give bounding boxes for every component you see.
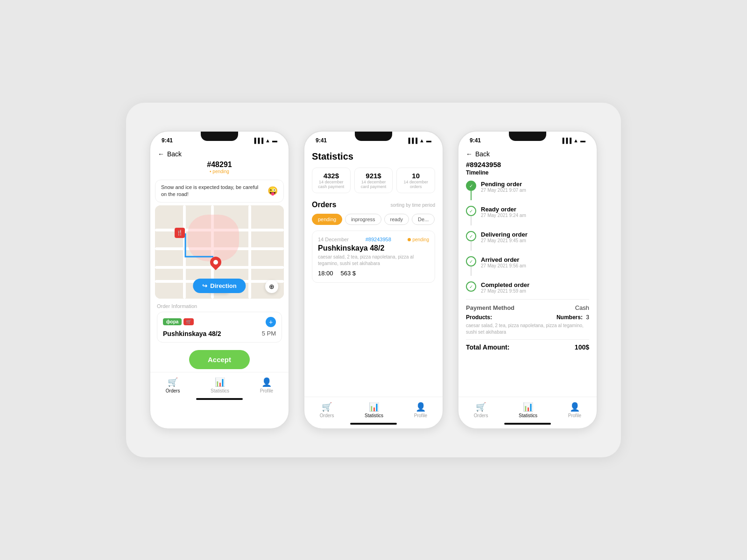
- nav-orders-1[interactable]: 🛒 Orders: [166, 377, 180, 393]
- restaurant-icon: 🍴: [175, 228, 185, 238]
- timeline-item-4: ✓ Completed order 27 May 2021 9:59 am: [466, 281, 589, 294]
- orders-section-header: Orders sorting by time period: [312, 201, 435, 209]
- statistics-title: Statistics: [312, 151, 435, 162]
- bottom-nav-2: 🛒 Orders 📊 Statistics 👤 Profile: [304, 397, 443, 420]
- nav-stats-label-3: Statistics: [519, 413, 537, 418]
- wifi-icon: ▲: [265, 138, 270, 143]
- time-2: 9:41: [316, 137, 327, 144]
- nav-stats-label-1: Statistics: [211, 388, 229, 393]
- stats-icon-1: 📊: [215, 377, 225, 387]
- phone-1: 9:41 ▐▐▐ ▲ ▬ ← Back #48291 • pending Sno…: [149, 131, 289, 429]
- screen3-content: ← Back #89243958 Timeline ✓ Pending orde…: [458, 146, 597, 397]
- map-route: [181, 229, 227, 275]
- timeline-event-0: Pending order: [481, 181, 589, 188]
- timeline-dot-2: ✓: [466, 231, 476, 241]
- order-id-1: #48291: [207, 161, 232, 169]
- timeline-item-1: ✓ Ready order 27 May 2021 9:24 am: [466, 206, 589, 225]
- stats-grid: 432$ 14 december cash payment 921$ 14 de…: [312, 168, 435, 193]
- order-card-time: 18:00: [318, 270, 333, 277]
- timeline-event-3: Arrived order: [481, 256, 589, 263]
- order-time-1: 5 PM: [262, 330, 276, 337]
- stat-label-cash: cash payment: [316, 184, 346, 189]
- filter-tab-ready[interactable]: ready: [384, 214, 409, 225]
- map-location-btn[interactable]: ⊕: [265, 280, 278, 293]
- timeline-event-1: Ready order: [481, 206, 589, 213]
- filter-tab-pending[interactable]: pending: [312, 214, 342, 225]
- order-info-top: фора 🛒 +: [163, 317, 276, 327]
- phone-2: 9:41 ▐▐▐ ▲ ▬ Statistics 432$ 14 december…: [303, 131, 444, 429]
- order-card-items: caesar salad, 2 tea, pizza napoletana, p…: [318, 254, 429, 267]
- timeline-dot-0: ✓: [466, 181, 476, 191]
- timeline-line-1: [471, 216, 472, 225]
- stat-value-cash: 432$: [316, 172, 346, 180]
- stats-icon-3: 📊: [523, 402, 533, 412]
- notch-3: [509, 132, 546, 141]
- stat-value-orders: 10: [401, 172, 431, 180]
- weather-banner: Snow and ice is expected today, be caref…: [155, 180, 284, 203]
- payment-method-value: Cash: [575, 304, 589, 311]
- numbers-section: Numbers: 3: [557, 314, 589, 321]
- order-card-address: Pushkinskaya 48/2: [318, 244, 429, 252]
- order-card-date: 14 December: [318, 237, 349, 242]
- map-container: 🍴 5km ⊕ ↪ Direction: [155, 205, 284, 299]
- timeline-connector-1: ✓: [466, 206, 476, 225]
- weather-emoji: 😜: [268, 185, 278, 197]
- timeline-info-2: Delivering order 27 May 2021 9:45 am: [481, 231, 589, 243]
- accept-button[interactable]: Accept: [189, 350, 250, 369]
- timeline-connector-3: ✓: [466, 256, 476, 276]
- nav-profile-1[interactable]: 👤 Profile: [260, 377, 273, 393]
- total-value: 100$: [575, 343, 589, 351]
- notch-1: [201, 132, 238, 141]
- phone-2-content: Statistics 432$ 14 december cash payment…: [304, 146, 443, 428]
- nav-orders-label-3: Orders: [474, 413, 488, 418]
- phone-3: 9:41 ▐▐▐ ▲ ▬ ← Back #89243958 Timeline: [458, 131, 598, 429]
- stat-date-cash: 14 december: [316, 180, 346, 184]
- nav-profile-2[interactable]: 👤 Profile: [414, 402, 427, 418]
- battery-icon-3: ▬: [580, 138, 585, 143]
- bottom-nav-3: 🛒 Orders 📊 Statistics 👤 Profile: [458, 397, 597, 420]
- nav-profile-label-1: Profile: [260, 388, 273, 393]
- timeline-info-4: Completed order 27 May 2021 9:59 am: [481, 281, 589, 294]
- profile-icon-2: 👤: [416, 402, 426, 412]
- products-label: Products:: [466, 314, 492, 321]
- battery-icon: ▬: [272, 138, 277, 143]
- notch-2: [355, 132, 392, 141]
- order-card-id: #89243958: [366, 237, 391, 242]
- nav-stats-1[interactable]: 📊 Statistics: [211, 377, 229, 393]
- products-desc: caesar salad, 2 tea, pizza napoletana, p…: [466, 322, 589, 336]
- nav-profile-label-2: Profile: [414, 413, 427, 418]
- nav-stats-2[interactable]: 📊 Statistics: [365, 402, 383, 418]
- status-icons-2: ▐▐▐ ▲ ▬: [407, 138, 431, 143]
- bottom-nav-1: 🛒 Orders 📊 Statistics 👤 Profile: [150, 372, 289, 395]
- orders-section-title: Orders: [312, 201, 336, 209]
- filter-tab-de[interactable]: De...: [412, 214, 435, 225]
- timeline-dot-3: ✓: [466, 256, 476, 266]
- order-address-1: Pushkinskaya 48/2: [163, 330, 221, 337]
- orders-icon-3: 🛒: [476, 402, 486, 412]
- nav-orders-2[interactable]: 🛒 Orders: [320, 402, 334, 418]
- timeline-time-4: 27 May 2021 9:59 am: [481, 288, 589, 294]
- timeline-dot-1: ✓: [466, 206, 476, 216]
- nav-profile-3[interactable]: 👤 Profile: [568, 402, 581, 418]
- direction-button[interactable]: ↪ Direction: [193, 279, 246, 293]
- numbers-value: 3: [586, 314, 589, 321]
- nav-stats-3[interactable]: 📊 Statistics: [519, 402, 537, 418]
- stat-date-orders: 14 december: [401, 180, 431, 184]
- nav-orders-label-1: Orders: [166, 388, 180, 393]
- wifi-icon-3: ▲: [573, 138, 578, 143]
- timeline-line-3: [471, 266, 472, 276]
- order-card-top: 14 December #89243958 pending: [318, 237, 429, 242]
- timeline-info-3: Arrived order 27 May 2021 9:56 am: [481, 256, 589, 268]
- back-button-1[interactable]: ← Back: [158, 150, 182, 158]
- nav-orders-3[interactable]: 🛒 Orders: [474, 402, 488, 418]
- nav-stats-label-2: Statistics: [365, 413, 383, 418]
- weather-text: Snow and ice is expected today, be caref…: [161, 184, 265, 198]
- plus-button[interactable]: +: [266, 317, 276, 327]
- timeline-item-3: ✓ Arrived order 27 May 2021 9:56 am: [466, 256, 589, 276]
- filter-tab-inprogress[interactable]: inprogress: [345, 214, 381, 225]
- timeline-connector-2: ✓: [466, 231, 476, 251]
- numbers-label: Numbers:: [557, 314, 583, 321]
- pending-dot: [408, 238, 411, 241]
- nav-orders-label-2: Orders: [320, 413, 334, 418]
- back-button-3[interactable]: ← Back: [466, 150, 589, 158]
